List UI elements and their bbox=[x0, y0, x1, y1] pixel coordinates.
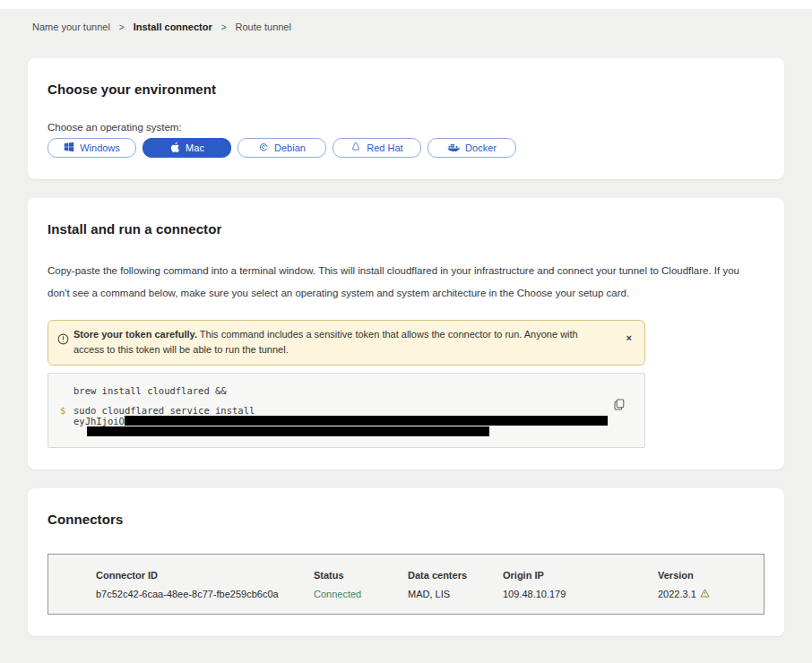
breadcrumb-name-your-tunnel[interactable]: Name your tunnel bbox=[32, 22, 110, 32]
terminal-line-token-2 bbox=[60, 426, 609, 437]
os-button-mac[interactable]: Mac bbox=[143, 138, 231, 158]
token-prefix: eyJhIjoiO bbox=[73, 416, 125, 426]
info-circle-icon bbox=[57, 333, 69, 349]
token-warning-bold: Store your token carefully. bbox=[73, 329, 197, 340]
os-button-label: Docker bbox=[465, 142, 497, 153]
install-connector-card: Install and run a connector Copy-paste t… bbox=[28, 198, 784, 469]
connectors-card: Connectors Connector ID Status Data cent… bbox=[28, 488, 784, 636]
os-button-redhat[interactable]: Red Hat bbox=[333, 138, 421, 158]
shell-prompt: $ bbox=[60, 405, 65, 416]
page: Name your tunnel > Install connector > R… bbox=[0, 9, 812, 663]
redacted-token-bar bbox=[125, 416, 608, 426]
origin-ip-value: 109.48.10.179 bbox=[503, 589, 658, 599]
windows-logo-icon bbox=[64, 142, 74, 154]
column-header-origin-ip: Origin IP bbox=[503, 570, 658, 581]
os-button-docker[interactable]: Docker bbox=[428, 138, 516, 158]
redacted-token-bar bbox=[87, 426, 489, 436]
environment-card-title: Choose your environment bbox=[48, 82, 764, 97]
column-header-connector-id: Connector ID bbox=[96, 570, 314, 581]
top-strip bbox=[0, 0, 812, 9]
data-centers-value: MAD, LIS bbox=[408, 589, 503, 599]
copy-icon[interactable] bbox=[614, 399, 625, 413]
terminal-command-block: brew install cloudflared && $sudo cloudf… bbox=[48, 373, 645, 448]
breadcrumb-separator: > bbox=[119, 22, 125, 32]
os-button-label: Red Hat bbox=[367, 142, 402, 153]
breadcrumb: Name your tunnel > Install connector > R… bbox=[28, 22, 784, 32]
os-button-group: Windows Mac Debian Red Hat bbox=[48, 138, 764, 158]
linux-penguin-icon bbox=[350, 142, 361, 155]
breadcrumb-install-connector[interactable]: Install connector bbox=[134, 22, 212, 32]
version-value: 2022.3.1 bbox=[658, 589, 746, 599]
os-select-label: Choose an operating system: bbox=[48, 122, 764, 133]
os-button-label: Windows bbox=[80, 142, 120, 153]
terminal-line-brew: brew install cloudflared && bbox=[60, 385, 609, 396]
version-warning-icon bbox=[700, 589, 710, 599]
column-header-status: Status bbox=[314, 570, 408, 581]
os-button-label: Mac bbox=[186, 142, 204, 153]
breadcrumb-separator: > bbox=[221, 22, 227, 32]
apple-logo-icon bbox=[169, 142, 180, 155]
os-button-windows[interactable]: Windows bbox=[48, 138, 136, 158]
os-button-label: Debian bbox=[274, 142, 306, 153]
connectors-table: Connector ID Status Data centers Origin … bbox=[48, 554, 764, 615]
docker-whale-icon bbox=[447, 142, 460, 154]
close-icon[interactable]: × bbox=[626, 333, 632, 342]
column-header-data-centers: Data centers bbox=[408, 570, 503, 581]
connector-id-value: b7c52c42-6caa-48ee-8c77-fbe259cb6c0a bbox=[96, 589, 314, 599]
status-badge: Connected bbox=[314, 589, 408, 599]
debian-swirl-icon bbox=[258, 142, 269, 154]
connectors-title: Connectors bbox=[48, 512, 764, 527]
terminal-line-token: eyJhIjoiO bbox=[60, 416, 609, 426]
install-connector-description: Copy-paste the following command into a … bbox=[48, 260, 760, 305]
install-connector-title: Install and run a connector bbox=[48, 221, 764, 237]
environment-card: Choose your environment Choose an operat… bbox=[28, 58, 784, 179]
terminal-line-sudo: $sudo cloudflared service install bbox=[60, 405, 609, 416]
token-warning-callout: Store your token carefully. This command… bbox=[48, 320, 645, 366]
breadcrumb-route-tunnel[interactable]: Route tunnel bbox=[236, 22, 291, 32]
os-button-debian[interactable]: Debian bbox=[238, 138, 326, 158]
column-header-version: Version bbox=[658, 570, 746, 581]
